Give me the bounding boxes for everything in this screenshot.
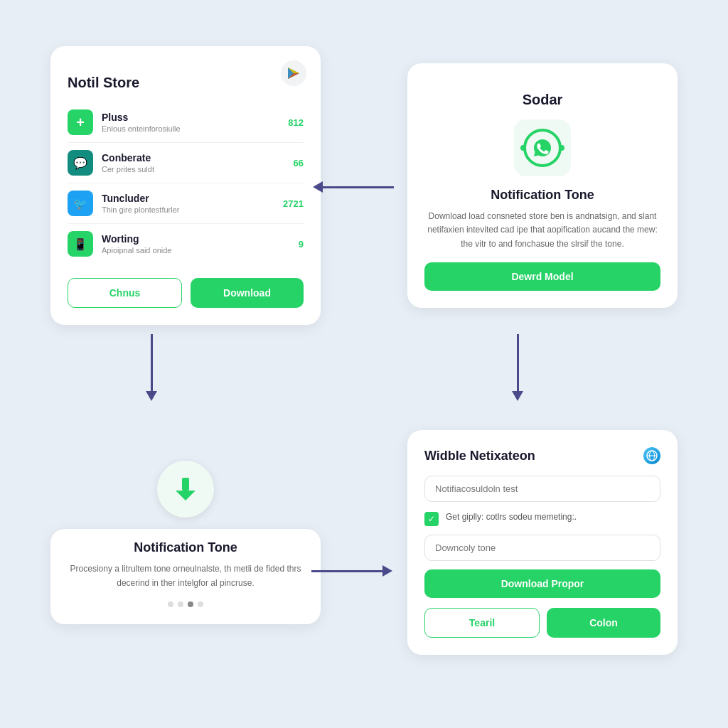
app-icon-worting: 📱: [68, 231, 93, 257]
checkbox[interactable]: ✓: [424, 512, 439, 526]
app-desc: Apioipnal said onide: [102, 246, 299, 255]
card-wible: Widble Netixateon ✓ Get giplly: cotlrs s…: [407, 430, 678, 655]
download-model-button[interactable]: Dewrd Model: [424, 262, 660, 291]
app-count: 2721: [283, 198, 304, 209]
dot-3: [188, 601, 193, 607]
card-download-progress: Notification Tone Procesiony a litrultem…: [50, 461, 321, 623]
card2-desc: Download load consneted store ben is and…: [424, 210, 660, 251]
app-name: Pluss: [102, 112, 288, 123]
notification-test-input[interactable]: [424, 476, 660, 502]
checkbox-row: ✓ Get giplly: cotlrs sodeu memeting:.: [424, 510, 660, 526]
svg-marker-6: [176, 491, 196, 500]
card3-desc: Procesiony a litrultem tone orneulnalste…: [68, 562, 304, 589]
app-name: Tuncluder: [102, 193, 283, 204]
app-count: 9: [299, 239, 304, 250]
dot-4: [198, 601, 203, 607]
card3-title: Notification Tone: [68, 540, 304, 555]
whatsapp-icon-wrap: [514, 119, 571, 176]
app-icon-conberate: 💬: [68, 150, 93, 176]
card2-title: Sodar: [424, 92, 660, 108]
color-button[interactable]: Colon: [547, 608, 660, 638]
app-list: + Pluss Enlous enteinforosiulle 812 💬 Co…: [68, 102, 304, 264]
download-tone-input[interactable]: [424, 535, 660, 561]
tearil-button[interactable]: Tearil: [424, 608, 540, 638]
whatsapp-ring-icon: [523, 129, 562, 167]
checkbox-label: Get giplly: cotlrs sodeu memeting:.: [446, 510, 660, 523]
card3-inner: Notification Tone Procesiony a litrultem…: [50, 529, 321, 623]
card4-header: Widble Netixateon: [424, 447, 660, 464]
card1-buttons: Chnus Download: [68, 278, 304, 308]
diagram-container: Notil Store + Pluss Enlous enteinforosiu…: [0, 0, 728, 728]
card-sodar: Sodar Notification Tone Download load co…: [407, 63, 678, 308]
list-item: 📱 Worting Apioipnal said onide 9: [68, 224, 304, 264]
app-desc: Cer prites suldt: [102, 165, 294, 173]
card1-title: Notil Store: [68, 75, 304, 91]
list-item: + Pluss Enlous enteinforosiulle 812: [68, 102, 304, 143]
list-item: 💬 Conberate Cer prites suldt 66: [68, 143, 304, 183]
download-progress-icon: [157, 461, 214, 518]
store-icon: [281, 60, 306, 86]
cancel-button[interactable]: Chnus: [68, 278, 182, 308]
app-name: Conberate: [102, 152, 294, 164]
app-desc: Enlous enteinforosiulle: [102, 124, 288, 133]
card2-subtitle: Notification Tone: [424, 188, 660, 203]
download-proper-button[interactable]: Download Propor: [424, 569, 660, 598]
dot-1: [168, 601, 173, 607]
checkmark-icon: ✓: [428, 514, 435, 524]
list-item: 🐦 Tuncluder Thin gire plontestfurler 272…: [68, 183, 304, 224]
app-count: 66: [294, 158, 304, 168]
app-desc: Thin gire plontestfurler: [102, 205, 283, 214]
card-notification-store: Notil Store + Pluss Enlous enteinforosiu…: [50, 46, 321, 325]
card4-title: Widble Netixateon: [424, 449, 535, 464]
app-name: Worting: [102, 233, 299, 245]
app-icon-tuncluder: 🐦: [68, 191, 93, 216]
download-button[interactable]: Download: [191, 278, 304, 308]
card4-action-buttons: Tearil Colon: [424, 608, 660, 638]
card3-dots: [68, 601, 304, 607]
svg-rect-5: [182, 478, 189, 491]
app-icon-pluss: +: [68, 109, 93, 135]
app-count: 812: [288, 117, 304, 128]
dot-2: [178, 601, 183, 607]
globe-icon: [643, 447, 660, 464]
